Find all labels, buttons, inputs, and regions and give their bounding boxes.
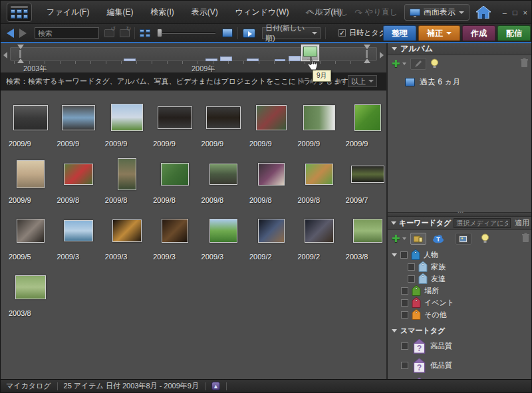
lightbulb-icon[interactable] [481, 233, 489, 244]
home-icon[interactable] [476, 6, 491, 19]
photo-thumbnail-diving-platform-sky[interactable] [64, 220, 93, 241]
timeline-end-marker[interactable] [363, 45, 370, 63]
rotate-right-icon[interactable] [120, 29, 130, 37]
mode-tab-2[interactable]: 作成 [462, 25, 495, 41]
timeline-histogram-bar[interactable] [289, 56, 303, 61]
tag-checkbox[interactable] [401, 362, 408, 369]
tag-group-3[interactable]: その他 [388, 309, 525, 321]
undo-button[interactable]: ↶ 取り消し [305, 7, 348, 18]
tag-view-toggle[interactable] [410, 233, 426, 245]
photo-thumbnail-people-running-field[interactable] [209, 219, 237, 243]
rotate-left-icon[interactable] [104, 29, 114, 37]
tag-group-2[interactable]: イベント [388, 297, 525, 309]
tag-child-0-1[interactable]: 友達 [388, 273, 525, 285]
tag-checkbox[interactable] [400, 251, 408, 259]
tag-media-input[interactable] [454, 218, 511, 228]
maximize-button[interactable]: □ [513, 9, 517, 17]
add-tag-button[interactable]: ✚ [392, 233, 400, 245]
tag-checkbox[interactable] [408, 263, 415, 271]
tag-cloud-toggle[interactable]: T [430, 233, 446, 245]
photo-thumbnail-couple-night[interactable] [162, 219, 188, 243]
photo-thumbnail-people-in-water-red[interactable] [256, 105, 287, 130]
photo-thumbnail-green-foliage[interactable] [354, 104, 381, 131]
forward-button[interactable] [19, 29, 27, 38]
collapse-icon[interactable] [392, 253, 397, 257]
redo-button[interactable]: ↷ やり直し [354, 7, 398, 18]
mode-tab-0[interactable]: 整理 [383, 25, 416, 41]
photo-thumbnail-portrait-beige[interactable] [17, 160, 45, 188]
photo-thumbnail-fence-night-wide[interactable] [351, 166, 384, 183]
sync-status-icon[interactable]: ▲ [211, 382, 220, 390]
display-mode-button[interactable]: 画面表示 [404, 4, 469, 21]
photo-thumbnail-dark-app-screenshot-2[interactable] [206, 106, 241, 129]
photo-thumbnail-people-in-river[interactable] [353, 219, 382, 243]
tag-checkbox[interactable] [401, 311, 408, 319]
smart-tag-1[interactable]: ?低品質 [388, 356, 525, 375]
close-button[interactable]: × [523, 9, 527, 17]
photo-thumbnail-water-reflection-white-edge[interactable] [303, 105, 335, 130]
tag-child-0-0[interactable]: 家族 [388, 261, 525, 273]
mode-tab-3[interactable]: 配信 [497, 25, 531, 41]
photo-thumbnail-monkey-statue-tall[interactable] [118, 158, 136, 190]
tag-checkbox[interactable] [401, 342, 408, 350]
single-photo-view-icon[interactable] [222, 29, 233, 37]
thumbnail-size-slider[interactable] [157, 32, 215, 34]
chevron-down-icon[interactable] [402, 237, 406, 240]
timeline[interactable]: 2003年2009年 ... 9月 [1, 43, 386, 72]
lightbulb-icon[interactable] [430, 59, 439, 69]
chevron-down-icon[interactable] [402, 63, 406, 65]
photo-thumbnail-dome-night[interactable] [112, 219, 142, 242]
timeline-histogram-bar[interactable] [124, 59, 136, 61]
photo-thumbnail-bird-in-tree[interactable] [161, 163, 189, 186]
timeline-histogram-bar[interactable] [247, 59, 259, 61]
collapse-icon[interactable] [392, 329, 397, 332]
tag-group-0[interactable]: 人物 [388, 249, 525, 261]
panel-splitter[interactable] [388, 212, 532, 217]
timeline-histogram-bar[interactable] [220, 57, 232, 61]
slider-knob[interactable] [157, 29, 162, 37]
tag-checkbox[interactable] [401, 299, 408, 307]
apply-button[interactable]: 適用 [513, 218, 531, 228]
keyword-tags-header[interactable]: キーワードタグ 適用 [388, 217, 532, 230]
photo-thumbnail-editor-screenshot[interactable] [62, 105, 95, 130]
photo-thumbnail-red-flowers[interactable] [64, 164, 93, 185]
edit-album-button[interactable] [410, 58, 426, 70]
rating-compare-select[interactable]: 以上 [348, 75, 377, 87]
sort-order-select[interactable]: 日付(新しい順) [262, 27, 321, 39]
slideshow-icon[interactable] [243, 29, 255, 38]
minimize-button[interactable]: – [503, 9, 507, 17]
timeline-histogram-bar[interactable] [205, 59, 217, 61]
back-button[interactable] [7, 29, 14, 38]
trash-icon[interactable] [520, 58, 529, 68]
photo-thumbnail-fruit-still-life[interactable] [258, 163, 285, 186]
photo-thumbnail-food-closeup-dark[interactable] [17, 219, 45, 243]
photo-thumbnail-dark-app-screenshot-1[interactable] [158, 106, 192, 129]
photo-thumbnail-city-night-person[interactable] [305, 219, 334, 243]
smart-tags-header[interactable]: スマートタグ [388, 325, 525, 336]
timeline-track[interactable] [10, 47, 377, 61]
timeline-histogram-bar[interactable] [275, 59, 285, 61]
album-item[interactable]: 過去 6 ヵ月 [388, 72, 532, 88]
albums-panel-header[interactable]: アルバム [388, 43, 532, 55]
smart-tag-0[interactable]: ?高品質 [388, 336, 525, 356]
menu-item-1[interactable]: 編集(E) [99, 4, 140, 21]
mode-tab-1[interactable]: 補正 [418, 25, 460, 41]
timeline-start-marker[interactable] [17, 45, 24, 63]
thumbnail-view-icon[interactable] [140, 29, 150, 37]
photo-tag-button[interactable] [456, 233, 471, 245]
photo-thumbnail-cat-on-grass[interactable] [305, 164, 333, 185]
search-input[interactable] [35, 27, 99, 39]
photo-thumbnail-organizer-screenshot[interactable] [13, 105, 48, 130]
menu-item-3[interactable]: 表示(V) [184, 4, 225, 21]
menu-item-0[interactable]: ファイル(F) [39, 4, 96, 21]
menu-item-2[interactable]: 検索(I) [143, 4, 181, 21]
photo-thumbnail-temple-roof-trees[interactable] [209, 164, 237, 185]
trash-icon[interactable] [521, 233, 530, 243]
tag-group-1[interactable]: 場所 [388, 285, 525, 297]
tag-checkbox[interactable] [401, 287, 408, 295]
organizer-app-icon[interactable] [7, 3, 32, 22]
photo-thumbnail-city-skyline-night[interactable] [258, 219, 285, 243]
photo-thumbnail-people-in-river-2[interactable] [15, 275, 46, 299]
timeline-scroll-left-icon[interactable] [3, 52, 7, 59]
timeline-scroll-right-icon[interactable] [380, 52, 384, 59]
